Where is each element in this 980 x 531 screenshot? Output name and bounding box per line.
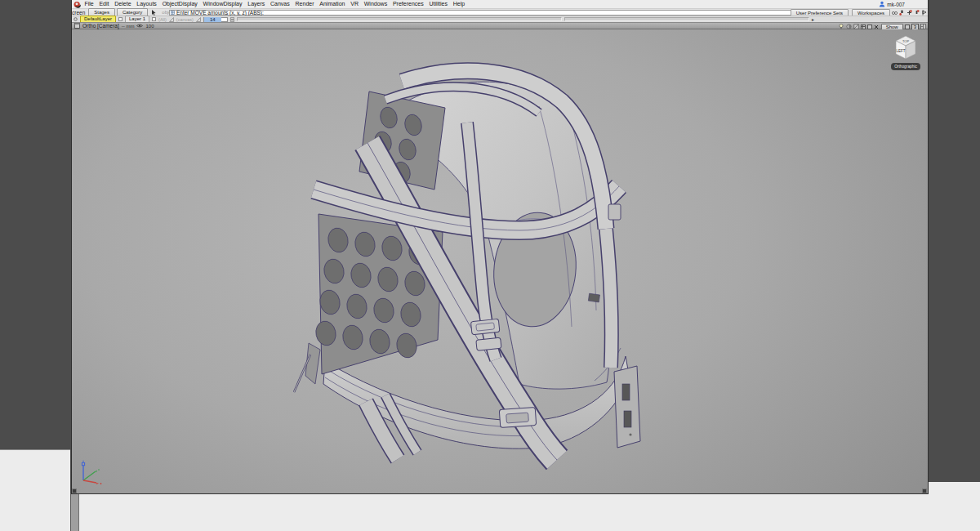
- menu-item[interactable]: Help: [450, 0, 467, 8]
- single-pane-button[interactable]: [905, 25, 910, 29]
- layerbar-strip-2[interactable]: [564, 17, 809, 21]
- layerbar-overflow-icon[interactable]: ▸: [812, 16, 814, 22]
- axis-x-arrow: [96, 483, 99, 484]
- viewport-zoom-value: 100: [145, 24, 154, 29]
- value-spinner[interactable]: [230, 17, 234, 22]
- layout-panes-icon[interactable]: [920, 24, 926, 29]
- pin-icon-2[interactable]: [906, 10, 912, 16]
- flag-icon[interactable]: [921, 10, 927, 16]
- viewport-canvas[interactable]: TOP LEFT Orthographic: [72, 29, 928, 493]
- shade-toggle-icon[interactable]: [853, 24, 859, 29]
- layer-bar: DefaultLayer Layer 1 (All) (canvas) 14 ▸: [72, 16, 928, 22]
- window-edge-strip: [70, 493, 79, 531]
- menu-item[interactable]: Windows: [361, 0, 390, 8]
- double-circle-icon[interactable]: [892, 10, 898, 16]
- menu-item[interactable]: ObjectDisplay: [159, 0, 200, 8]
- menu-item[interactable]: Layers: [245, 0, 268, 8]
- window-menu-icon[interactable]: [74, 23, 80, 29]
- pane-toggle-icon[interactable]: [867, 25, 872, 29]
- value-selected-text: 14: [204, 17, 221, 22]
- viewport-focal-label: -- mm: [122, 24, 135, 29]
- render-toggle-icon[interactable]: [846, 24, 852, 29]
- person-icon: [879, 1, 885, 7]
- pin-icon-3[interactable]: [914, 10, 920, 16]
- pin-icon-1[interactable]: [899, 10, 905, 16]
- view-cube-left-label: LEFT: [896, 49, 905, 53]
- menu-item[interactable]: Delete: [112, 0, 134, 8]
- menu-item[interactable]: WindowDisplay: [200, 0, 245, 8]
- toolbar: creen Stages Category object Enter MOVE …: [72, 8, 928, 16]
- menu-items: FileEditDeleteLayoutsObjectDisplayWindow…: [82, 0, 468, 8]
- account-label: mk-007: [887, 2, 905, 7]
- view-cube[interactable]: TOP LEFT Orthographic: [890, 33, 921, 73]
- grid-toggle-icon[interactable]: [861, 25, 866, 29]
- menu-item[interactable]: VR: [348, 0, 362, 8]
- background-window-right: [929, 482, 980, 495]
- projection-badge-label: Orthographic: [894, 65, 917, 69]
- viewport-camera-label: Ortho [Camera]: [82, 23, 119, 29]
- filter-triangle-icon[interactable]: [169, 17, 174, 22]
- account-area[interactable]: mk-007: [879, 0, 905, 8]
- menu-item[interactable]: Preferences: [390, 0, 427, 8]
- layer1-checkbox[interactable]: [152, 17, 156, 21]
- promptline[interactable]: Enter MOVE amounts (x, y, z) (ABS):: [169, 10, 829, 16]
- axis-triad: [75, 459, 103, 485]
- viewport-resize-corner-right[interactable]: [922, 489, 927, 493]
- menu-item[interactable]: Utilities: [426, 0, 450, 8]
- close-pane-icon[interactable]: [874, 24, 880, 29]
- menu-item[interactable]: Render: [292, 0, 317, 8]
- menu-item[interactable]: Edit: [96, 0, 112, 8]
- menu-item[interactable]: Canvas: [268, 0, 293, 8]
- screen-tab[interactable]: creen: [72, 10, 87, 16]
- layerbar-strip-1[interactable]: [237, 17, 562, 21]
- prompt-text: Enter MOVE amounts (x, y, z) (ABS):: [176, 10, 264, 16]
- default-layer-checkbox[interactable]: [118, 17, 122, 21]
- menu-item[interactable]: Animation: [317, 0, 348, 8]
- pick-arrow-icon[interactable]: [151, 10, 157, 16]
- view-cube-top-label: TOP: [902, 39, 909, 43]
- lightbulb-icon[interactable]: [839, 24, 844, 29]
- background-window-bottom: [78, 494, 980, 531]
- app-window: FileEditDeleteLayoutsObjectDisplayWindow…: [71, 0, 929, 494]
- menu-item[interactable]: Layouts: [134, 0, 159, 8]
- viewport-header[interactable]: Ortho [Camera] -- mm 100 Show 3: [72, 22, 928, 29]
- prompt-grid-icon: [171, 11, 175, 15]
- value-input[interactable]: 14: [203, 17, 228, 22]
- background-window-left: [0, 449, 70, 531]
- menu-item[interactable]: File: [82, 0, 96, 8]
- menubar: FileEditDeleteLayoutsObjectDisplayWindow…: [72, 0, 928, 8]
- 3d-model-head-harness[interactable]: [72, 29, 928, 493]
- viewport-resize-corner-left[interactable]: [72, 489, 77, 493]
- layer-lock-icon[interactable]: [74, 17, 78, 21]
- app-logo-icon: [73, 0, 82, 8]
- filter-triangle-icon-2[interactable]: [196, 17, 201, 22]
- axis-z-marker: [82, 463, 84, 466]
- all-filter-label: (All): [158, 17, 167, 22]
- canvas-filter-label: (canvas): [176, 17, 194, 22]
- eye-icon: [136, 24, 143, 28]
